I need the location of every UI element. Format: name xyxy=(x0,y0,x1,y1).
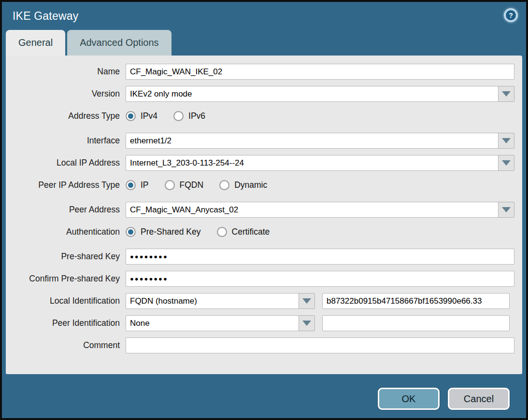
radio-label-dynamic: Dynamic xyxy=(234,180,267,190)
radio-option-dynamic[interactable]: Dynamic xyxy=(219,180,267,190)
name-label: Name xyxy=(6,67,126,77)
local-ip-dropdown-button[interactable] xyxy=(498,155,514,171)
dialog-title: IKE Gateway xyxy=(13,10,78,23)
local-identification-label: Local Identification xyxy=(6,296,126,306)
local-identification-value-input[interactable] xyxy=(322,293,510,309)
version-label: Version xyxy=(6,89,126,99)
radio-option-pre-shared-key[interactable]: Pre-Shared Key xyxy=(126,227,201,237)
name-row: Name xyxy=(6,64,522,80)
tab-general[interactable]: General xyxy=(6,30,65,56)
peer-identification-dropdown-button[interactable] xyxy=(299,315,315,331)
version-select[interactable] xyxy=(126,86,499,102)
tab-general-label: General xyxy=(18,37,53,48)
radio-label-ip: IP xyxy=(141,180,149,190)
peer-address-label: Peer Address xyxy=(6,205,126,215)
interface-select[interactable] xyxy=(126,133,499,149)
confirm-preshared-key-input[interactable] xyxy=(126,271,514,287)
peer-address-row: Peer Address xyxy=(6,202,522,218)
radio-option-ipv4[interactable]: IPv4 xyxy=(126,111,157,121)
radio-label-pre-shared-key: Pre-Shared Key xyxy=(141,227,201,237)
peer-address-dropdown-button[interactable] xyxy=(498,202,514,218)
local-ip-label: Local IP Address xyxy=(6,158,126,168)
chevron-down-icon xyxy=(302,321,311,326)
address-type-radio-group: IPv4 IPv6 xyxy=(126,111,221,121)
local-ip-select[interactable] xyxy=(126,155,499,171)
radio-button-icon[interactable] xyxy=(217,227,227,237)
radio-button-icon[interactable] xyxy=(126,111,136,121)
interface-label: Interface xyxy=(6,136,126,146)
preshared-key-label: Pre-shared Key xyxy=(6,252,126,262)
comment-input[interactable] xyxy=(126,337,514,353)
address-type-label: Address Type xyxy=(6,111,126,121)
comment-label: Comment xyxy=(6,340,126,350)
tab-advanced-options-label: Advanced Options xyxy=(80,37,158,48)
local-identification-type-select[interactable] xyxy=(126,293,299,309)
radio-button-icon[interactable] xyxy=(173,111,184,121)
radio-button-icon[interactable] xyxy=(165,180,175,190)
radio-option-certificate[interactable]: Certificate xyxy=(217,227,270,237)
radio-label-ipv6: IPv6 xyxy=(188,111,205,121)
peer-identification-type-select[interactable] xyxy=(126,315,299,331)
chevron-down-icon xyxy=(502,207,511,212)
chevron-down-icon xyxy=(502,91,511,97)
radio-option-ip[interactable]: IP xyxy=(126,180,149,190)
name-input[interactable] xyxy=(126,64,514,80)
general-tab-panel: Name Version Address Type xyxy=(6,56,522,374)
comment-row: Comment xyxy=(6,337,522,353)
peer-identification-label: Peer Identification xyxy=(6,318,126,328)
radio-label-fqdn: FQDN xyxy=(180,180,204,190)
local-identification-dropdown-button[interactable] xyxy=(299,293,315,309)
cancel-button[interactable]: Cancel xyxy=(448,388,510,410)
help-button[interactable]: ? xyxy=(504,8,518,22)
radio-option-ipv6[interactable]: IPv6 xyxy=(173,111,205,121)
peer-identification-value-input[interactable] xyxy=(322,315,510,331)
tab-advanced-options[interactable]: Advanced Options xyxy=(67,30,171,56)
preshared-key-input[interactable] xyxy=(126,249,514,265)
radio-option-fqdn[interactable]: FQDN xyxy=(165,180,204,190)
peer-ip-type-radio-group: IP FQDN Dynamic xyxy=(126,180,283,190)
titlebar: IKE Gateway ? xyxy=(2,2,526,30)
address-type-row: Address Type IPv4 IPv6 xyxy=(6,108,522,124)
local-identification-row: Local Identification xyxy=(6,293,522,309)
radio-label-certificate: Certificate xyxy=(232,227,270,237)
peer-ip-type-label: Peer IP Address Type xyxy=(6,180,126,190)
radio-label-ipv4: IPv4 xyxy=(141,111,157,121)
radio-button-icon[interactable] xyxy=(126,227,136,237)
chevron-down-icon xyxy=(502,160,511,166)
chevron-down-icon xyxy=(302,298,311,304)
confirm-preshared-key-label: Confirm Pre-shared Key xyxy=(6,274,126,284)
authentication-radio-group: Pre-Shared Key Certificate xyxy=(126,227,285,237)
ok-button[interactable]: OK xyxy=(378,388,440,410)
authentication-label: Authentication xyxy=(6,227,126,237)
version-row: Version xyxy=(6,86,522,102)
confirm-preshared-key-row: Confirm Pre-shared Key xyxy=(6,271,522,287)
interface-dropdown-button[interactable] xyxy=(498,133,514,149)
preshared-key-row: Pre-shared Key xyxy=(6,249,522,265)
peer-identification-row: Peer Identification xyxy=(6,315,522,331)
ike-gateway-dialog: IKE Gateway ? General Advanced Options N… xyxy=(0,0,528,420)
version-dropdown-button[interactable] xyxy=(498,86,514,102)
peer-address-select[interactable] xyxy=(126,202,499,218)
authentication-row: Authentication Pre-Shared Key Certificat… xyxy=(6,224,522,240)
chevron-down-icon xyxy=(502,138,511,143)
local-ip-row: Local IP Address xyxy=(6,155,522,171)
footer-buttons: OK Cancel xyxy=(378,388,510,410)
radio-button-icon[interactable] xyxy=(219,180,229,190)
radio-button-icon[interactable] xyxy=(126,180,136,190)
interface-row: Interface xyxy=(6,133,522,149)
tab-bar: General Advanced Options xyxy=(6,30,526,56)
peer-ip-type-row: Peer IP Address Type IP FQDN Dynamic xyxy=(6,177,522,193)
help-icon: ? xyxy=(506,10,516,20)
